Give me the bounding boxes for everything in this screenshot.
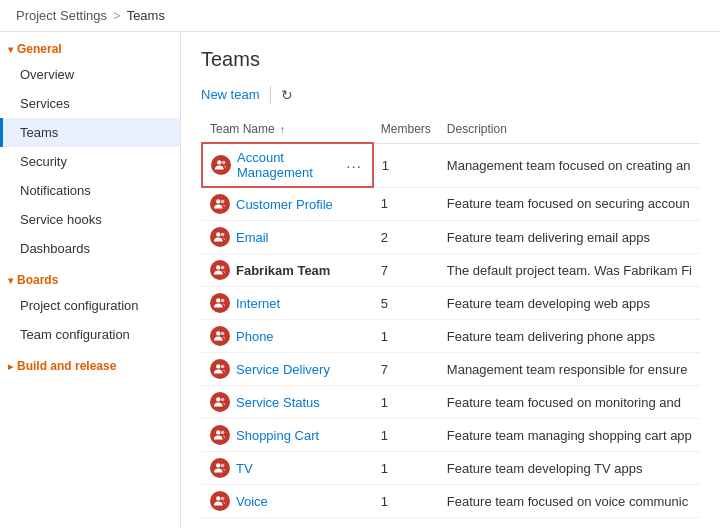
sort-icon: ↑ xyxy=(280,124,285,135)
team-name[interactable]: Customer Profile xyxy=(236,197,333,212)
page-title: Teams xyxy=(201,48,700,71)
team-name[interactable]: Phone xyxy=(236,329,274,344)
team-icon xyxy=(210,491,230,511)
sidebar-item-overview[interactable]: Overview xyxy=(0,60,180,89)
sidebar-item-security[interactable]: Security xyxy=(0,147,180,176)
description-cell: Feature team delivering email apps xyxy=(439,221,700,254)
members-cell: 1 xyxy=(373,485,439,518)
main-content: Teams New team ↻ Team Name ↑ Members Des… xyxy=(181,32,720,528)
svg-point-13 xyxy=(221,365,225,369)
sidebar-item-project-configuration[interactable]: Project configuration xyxy=(0,291,180,320)
sidebar: ▾ General Overview Services Teams Securi… xyxy=(0,32,181,528)
svg-point-2 xyxy=(216,199,220,203)
svg-point-6 xyxy=(216,265,220,269)
col-team-name[interactable]: Team Name ↑ xyxy=(202,116,373,143)
chevron-down-icon: ▾ xyxy=(8,275,13,286)
table-row[interactable]: Customer Profile1Feature team focused on… xyxy=(202,187,700,221)
description-cell: The default project team. Was Fabrikam F… xyxy=(439,254,700,287)
description-cell: Feature team delivering phone apps xyxy=(439,320,700,353)
svg-point-20 xyxy=(216,496,220,500)
team-name[interactable]: Fabrikam Team xyxy=(236,263,330,278)
svg-point-7 xyxy=(221,266,225,270)
sidebar-build-label: Build and release xyxy=(17,359,116,373)
svg-point-21 xyxy=(221,497,225,501)
table-row[interactable]: Internet5Feature team developing web app… xyxy=(202,287,700,320)
team-name[interactable]: Internet xyxy=(236,296,280,311)
table-row[interactable]: Fabrikam Team7The default project team. … xyxy=(202,254,700,287)
team-icon xyxy=(210,293,230,313)
team-name[interactable]: Account Management xyxy=(237,150,338,180)
more-button[interactable]: ··· xyxy=(344,157,364,174)
teams-table: Team Name ↑ Members Description Account … xyxy=(201,116,700,518)
team-name[interactable]: Email xyxy=(236,230,269,245)
chevron-down-icon: ▾ xyxy=(8,44,13,55)
members-cell: 1 xyxy=(373,320,439,353)
table-row[interactable]: Email2Feature team delivering email apps xyxy=(202,221,700,254)
col-members[interactable]: Members xyxy=(373,116,439,143)
col-description: Description xyxy=(439,116,700,143)
description-cell: Management team focused on creating an xyxy=(439,143,700,187)
description-cell: Feature team focused on monitoring and xyxy=(439,386,700,419)
team-name[interactable]: Voice xyxy=(236,494,268,509)
svg-point-0 xyxy=(217,160,221,164)
table-row[interactable]: Phone1Feature team delivering phone apps xyxy=(202,320,700,353)
team-icon xyxy=(210,194,230,214)
description-cell: Feature team developing TV apps xyxy=(439,452,700,485)
table-row[interactable]: Service Delivery7Management team respons… xyxy=(202,353,700,386)
svg-point-10 xyxy=(216,331,220,335)
members-cell: 7 xyxy=(373,254,439,287)
team-name[interactable]: Shopping Cart xyxy=(236,428,319,443)
breadcrumb-current: Teams xyxy=(127,8,165,23)
project-settings-link[interactable]: Project Settings xyxy=(16,8,107,23)
team-icon xyxy=(210,227,230,247)
team-icon xyxy=(210,326,230,346)
svg-point-17 xyxy=(221,431,225,435)
members-cell: 1 xyxy=(373,419,439,452)
team-name[interactable]: TV xyxy=(236,461,253,476)
members-cell: 1 xyxy=(373,143,439,187)
description-cell: Feature team focused on securing accoun xyxy=(439,187,700,221)
table-row[interactable]: TV1Feature team developing TV apps xyxy=(202,452,700,485)
members-cell: 1 xyxy=(373,187,439,221)
sidebar-boards-label: Boards xyxy=(17,273,58,287)
new-team-button[interactable]: New team xyxy=(201,85,260,104)
sidebar-item-teams[interactable]: Teams xyxy=(0,118,180,147)
team-icon xyxy=(210,392,230,412)
team-icon xyxy=(210,359,230,379)
sidebar-item-notifications[interactable]: Notifications xyxy=(0,176,180,205)
team-icon xyxy=(210,425,230,445)
toolbar: New team ↻ xyxy=(201,85,700,104)
main-layout: ▾ General Overview Services Teams Securi… xyxy=(0,32,720,528)
sidebar-item-services[interactable]: Services xyxy=(0,89,180,118)
team-name[interactable]: Service Status xyxy=(236,395,320,410)
table-row[interactable]: Service Status1Feature team focused on m… xyxy=(202,386,700,419)
table-row[interactable]: Voice1Feature team focused on voice comm… xyxy=(202,485,700,518)
members-cell: 1 xyxy=(373,452,439,485)
sidebar-section-general[interactable]: ▾ General xyxy=(0,32,180,60)
members-cell: 2 xyxy=(373,221,439,254)
svg-point-15 xyxy=(221,398,225,402)
team-icon xyxy=(210,260,230,280)
sidebar-item-service-hooks[interactable]: Service hooks xyxy=(0,205,180,234)
svg-point-16 xyxy=(216,430,220,434)
sidebar-item-dashboards[interactable]: Dashboards xyxy=(0,234,180,263)
sidebar-section-boards[interactable]: ▾ Boards xyxy=(0,263,180,291)
sidebar-section-build[interactable]: ▸ Build and release xyxy=(0,349,180,377)
svg-point-11 xyxy=(221,332,225,336)
refresh-icon[interactable]: ↻ xyxy=(281,87,293,103)
table-row[interactable]: Shopping Cart1Feature team managing shop… xyxy=(202,419,700,452)
description-cell: Feature team developing web apps xyxy=(439,287,700,320)
svg-point-3 xyxy=(221,200,225,204)
svg-point-5 xyxy=(221,233,225,237)
svg-point-19 xyxy=(221,464,225,468)
svg-point-14 xyxy=(216,397,220,401)
members-cell: 7 xyxy=(373,353,439,386)
svg-point-1 xyxy=(222,161,226,165)
chevron-right-icon: ▸ xyxy=(8,361,13,372)
svg-point-8 xyxy=(216,298,220,302)
table-row[interactable]: Account Management···1Management team fo… xyxy=(202,143,700,187)
svg-point-9 xyxy=(221,299,225,303)
sidebar-general-label: General xyxy=(17,42,62,56)
team-name[interactable]: Service Delivery xyxy=(236,362,330,377)
sidebar-item-team-configuration[interactable]: Team configuration xyxy=(0,320,180,349)
